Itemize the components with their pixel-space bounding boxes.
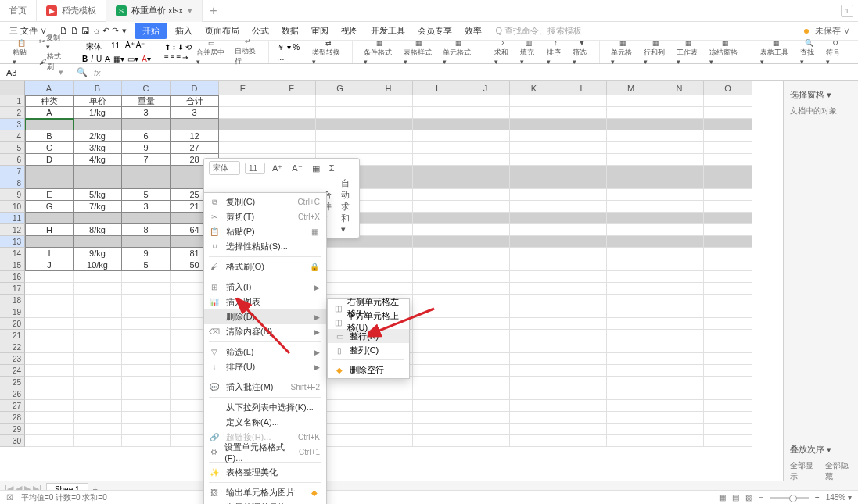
cell-H3[interactable] <box>364 119 413 130</box>
cell-I26[interactable] <box>413 388 461 400</box>
currency[interactable]: ￥ ▾ % … <box>277 42 308 62</box>
cell-I10[interactable] <box>413 201 461 213</box>
cell-H1[interactable] <box>364 95 413 107</box>
cell-J29[interactable] <box>461 424 510 435</box>
cell-C15[interactable]: 5 <box>122 259 171 271</box>
cell-J30[interactable] <box>461 435 510 447</box>
freeze[interactable]: ▦冻结窗格 ▾ <box>706 41 744 63</box>
mini-grow[interactable]: A⁺ <box>270 163 285 174</box>
cell-C3[interactable] <box>122 119 171 130</box>
cell-M14[interactable] <box>607 248 655 259</box>
menu-start[interactable]: 开始 <box>135 23 167 39</box>
cell-M28[interactable] <box>607 412 655 424</box>
cell-M11[interactable] <box>607 213 655 224</box>
cell-I1[interactable] <box>413 95 461 107</box>
cell-A22[interactable] <box>25 341 74 353</box>
sub-del-blank[interactable]: ◆删除空行 <box>328 363 409 377</box>
cell-H7[interactable] <box>364 166 413 177</box>
cell-M12[interactable] <box>607 224 655 236</box>
cell-K7[interactable] <box>510 166 558 177</box>
menu-review[interactable]: 审阅 <box>307 23 333 38</box>
cell-L28[interactable] <box>558 412 607 424</box>
cell-O26[interactable] <box>704 388 752 400</box>
cell-C4[interactable]: 6 <box>122 130 171 142</box>
row-header-5[interactable]: 5 <box>0 142 25 154</box>
cell-O10[interactable] <box>704 201 752 213</box>
cell-L20[interactable] <box>558 318 607 330</box>
ctx-clear[interactable]: ⌫清除内容(N)▶ <box>204 324 326 339</box>
menu-pagelayout[interactable]: 页面布局 <box>200 23 244 38</box>
cell-O15[interactable] <box>704 259 752 271</box>
cell-D2[interactable]: 3 <box>171 107 219 119</box>
cell-A16[interactable] <box>25 271 74 283</box>
cell-B1[interactable]: 单价 <box>74 95 122 107</box>
cell-C23[interactable] <box>122 353 171 365</box>
cell-M2[interactable] <box>607 107 655 119</box>
cell-H9[interactable] <box>364 189 413 201</box>
cell-I20[interactable] <box>413 318 461 330</box>
cell-B24[interactable] <box>74 365 122 377</box>
cell-A6[interactable]: D <box>25 154 74 166</box>
menu-formula[interactable]: 公式 <box>247 23 274 38</box>
cell-M3[interactable] <box>607 119 655 130</box>
cell-F2[interactable] <box>267 107 316 119</box>
cell-H12[interactable] <box>364 224 413 236</box>
cell-I11[interactable] <box>413 213 461 224</box>
row-header-30[interactable]: 30 <box>0 435 25 447</box>
paste-extra-icon[interactable]: ▦ <box>309 227 320 236</box>
cell-C22[interactable] <box>122 341 171 353</box>
cell-J16[interactable] <box>461 271 510 283</box>
sub-entire-col[interactable]: ▯整列(C) <box>328 343 409 357</box>
cell-O19[interactable] <box>704 306 752 318</box>
cell-O1[interactable] <box>704 95 752 107</box>
cell-M26[interactable] <box>607 388 655 400</box>
ctx-dropdown[interactable]: 从下拉列表中选择(K)... <box>204 400 326 415</box>
cell-B4[interactable]: 2/kg <box>74 130 122 142</box>
cell-H10[interactable] <box>364 201 413 213</box>
cell-B22[interactable] <box>74 341 122 353</box>
cell-L13[interactable] <box>558 236 607 248</box>
cell-I14[interactable] <box>413 248 461 259</box>
cell-M27[interactable] <box>607 400 655 412</box>
menu-search[interactable]: Q 查找命令、搜索模板 <box>496 25 583 37</box>
cell-C6[interactable]: 7 <box>122 154 171 166</box>
cell-M6[interactable] <box>607 154 655 166</box>
cell-H4[interactable] <box>364 130 413 142</box>
view-normal-icon[interactable]: ▦ <box>719 493 726 502</box>
ctx-cellfmt[interactable]: ⚙设置单元格格式(F)...Ctrl+1 <box>204 445 326 459</box>
cell-H27[interactable] <box>364 400 413 412</box>
cell-A20[interactable] <box>25 318 74 330</box>
cell-N16[interactable] <box>655 271 704 283</box>
zoom-out[interactable]: − <box>759 493 763 502</box>
cell-N3[interactable] <box>655 119 704 130</box>
ctx-beautify[interactable]: ✨表格整理美化 <box>204 465 326 480</box>
cell-O9[interactable] <box>704 189 752 201</box>
row-header-22[interactable]: 22 <box>0 341 25 353</box>
mini-sum[interactable]: Σ <box>327 163 337 173</box>
cell-C12[interactable]: 8 <box>122 224 171 236</box>
cell-L14[interactable] <box>558 248 607 259</box>
cell-I7[interactable] <box>413 166 461 177</box>
cell-O5[interactable] <box>704 142 752 154</box>
cell-O21[interactable] <box>704 330 752 341</box>
cell-N17[interactable] <box>655 283 704 295</box>
mini-autosum[interactable]: 自动求和 ▾ <box>339 177 354 235</box>
row-header-4[interactable]: 4 <box>0 130 25 142</box>
cell-K23[interactable] <box>510 353 558 365</box>
cell-K13[interactable] <box>510 236 558 248</box>
cell-B14[interactable]: 9/kg <box>74 248 122 259</box>
cell-A7[interactable] <box>25 166 74 177</box>
cell-I24[interactable] <box>413 365 461 377</box>
cell-K17[interactable] <box>510 283 558 295</box>
cell-M10[interactable] <box>607 201 655 213</box>
font-shrink[interactable]: A⁻ <box>136 41 145 53</box>
row-header-28[interactable]: 28 <box>0 412 25 424</box>
cell-O17[interactable] <box>704 283 752 295</box>
cell-L9[interactable] <box>558 189 607 201</box>
cell-L21[interactable] <box>558 330 607 341</box>
col-header-A[interactable]: A <box>25 81 74 95</box>
cell-style[interactable]: ▦单元格式 ▾ <box>440 41 478 63</box>
cell-J20[interactable] <box>461 318 510 330</box>
col-header-G[interactable]: G <box>316 81 364 95</box>
mini-font[interactable]: 宋体 <box>209 161 240 175</box>
